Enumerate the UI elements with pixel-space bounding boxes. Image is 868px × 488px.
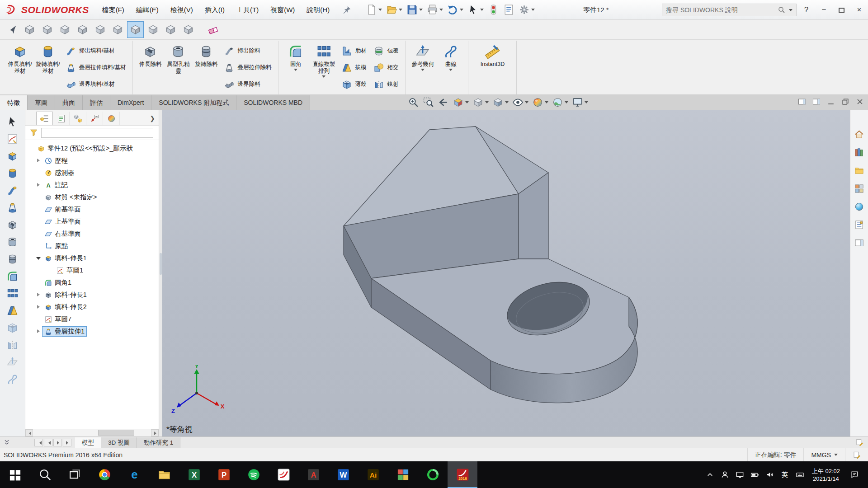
ribbon-small-button[interactable]: 疊層拉伸除料 xyxy=(220,59,275,76)
save-icon[interactable] xyxy=(405,3,424,16)
section-view-icon[interactable] xyxy=(452,96,470,108)
open-icon[interactable] xyxy=(385,3,404,16)
revolved-cut-button[interactable]: 旋轉除料 xyxy=(192,42,220,68)
tree-item[interactable]: 註記 xyxy=(25,179,159,191)
menu-item[interactable]: 檔案(F) xyxy=(96,0,130,19)
command-tab[interactable]: 草圖 xyxy=(28,95,55,110)
taskbar-clock[interactable]: 上午 02:02 2021/1/14 xyxy=(807,467,844,483)
dock-tab[interactable]: 動作研究 1 xyxy=(137,437,180,448)
left-draft-tool[interactable] xyxy=(6,305,19,317)
edit-appearance-icon[interactable] xyxy=(531,96,549,108)
zoom-area-icon[interactable] xyxy=(422,96,435,108)
left-cut-revolve-tool[interactable] xyxy=(6,253,19,265)
command-tab[interactable]: SOLIDWORKS 附加程式 xyxy=(151,95,236,110)
ribbon-small-button[interactable]: 邊界填料/基材 xyxy=(62,76,129,93)
help-search[interactable] xyxy=(662,4,797,16)
zoom-fit-icon[interactable] xyxy=(407,96,420,108)
tree-item[interactable]: 歷程 xyxy=(25,155,159,167)
spotify-icon[interactable] xyxy=(239,461,269,488)
left-hole-wizard-tool[interactable] xyxy=(6,236,19,248)
tree-filter-input[interactable] xyxy=(41,128,153,138)
collapse-panel-icon[interactable] xyxy=(0,439,14,446)
tray-chevron-icon[interactable] xyxy=(703,461,717,488)
help-search-input[interactable] xyxy=(666,6,776,14)
expander-icon[interactable] xyxy=(35,157,42,164)
left-extrude-tool[interactable] xyxy=(6,150,19,162)
ribbon-small-button[interactable]: 邊界除料 xyxy=(220,76,275,93)
edge-icon[interactable] xyxy=(119,461,149,488)
acrobat-icon[interactable] xyxy=(298,461,328,488)
new-document-icon[interactable] xyxy=(364,3,383,16)
units-caret-icon[interactable] xyxy=(834,454,838,458)
dropdown-caret-icon[interactable] xyxy=(378,9,382,13)
solidworks-2016-icon[interactable] xyxy=(448,461,477,488)
help-button[interactable]: ? xyxy=(797,0,815,20)
language-indicator[interactable]: 英 xyxy=(777,471,793,479)
bottom-view-icon[interactable] xyxy=(109,21,126,38)
tree-item[interactable]: 草圖7 xyxy=(25,313,159,325)
dropdown-caret-icon[interactable] xyxy=(585,101,588,105)
apply-scene-icon[interactable] xyxy=(551,96,569,108)
fillet-button[interactable]: 圓角 xyxy=(282,42,310,73)
dropdown-caret-icon[interactable] xyxy=(525,101,528,105)
ribbon-small-button[interactable]: 掃出除料 xyxy=(220,42,275,59)
file-explorer-icon[interactable] xyxy=(149,461,179,488)
powerpoint-icon[interactable] xyxy=(209,461,239,488)
command-tab[interactable]: SOLIDWORKS MBD xyxy=(236,95,310,110)
ribbon-small-button[interactable]: 拔模 xyxy=(338,59,370,76)
next-tab-icon[interactable] xyxy=(53,439,62,446)
dropdown-caret-icon[interactable] xyxy=(565,101,568,105)
displaymanager-tab[interactable] xyxy=(103,112,120,125)
tree-item[interactable]: 材質 <未指定> xyxy=(25,191,159,203)
command-tab[interactable]: 曲面 xyxy=(55,95,83,110)
file-explorer-pane-icon[interactable] xyxy=(854,165,864,176)
left-cut-extrude-tool[interactable] xyxy=(6,219,19,231)
expander-icon[interactable] xyxy=(35,255,42,262)
scroll-right-icon[interactable] xyxy=(151,429,159,436)
undo-icon[interactable] xyxy=(446,3,465,16)
close-button[interactable]: × xyxy=(850,0,868,20)
eraser-view-icon[interactable] xyxy=(205,21,222,38)
pane-left-icon[interactable] xyxy=(797,97,807,106)
doc-close-icon[interactable] xyxy=(855,97,864,106)
options-icon[interactable] xyxy=(517,3,536,16)
dropdown-caret-icon[interactable] xyxy=(421,69,425,73)
left-curve-tool[interactable] xyxy=(6,373,19,385)
normal-to-view-icon[interactable] xyxy=(4,21,20,38)
menu-item[interactable]: 檢視(V) xyxy=(165,0,199,19)
pin-icon[interactable] xyxy=(342,5,352,15)
start-button[interactable] xyxy=(0,461,30,488)
tree-item[interactable]: 填料-伸長1 xyxy=(25,252,159,264)
ribbon-small-button[interactable]: 薄殼 xyxy=(338,76,370,93)
dock-tab[interactable]: 3D 視圖 xyxy=(101,437,137,448)
part-3d-model[interactable] xyxy=(162,110,850,436)
dropdown-caret-icon[interactable] xyxy=(485,101,489,105)
photos-icon[interactable] xyxy=(388,461,418,488)
extruded-boss-button[interactable]: 伸長填料/基材 xyxy=(6,42,34,75)
left-revolve-tool[interactable] xyxy=(6,167,19,179)
ribbon-small-button[interactable]: 肋材 xyxy=(338,42,370,59)
left-sketch-tool[interactable] xyxy=(6,133,19,145)
ribbon-small-button[interactable]: 掃出填料/基材 xyxy=(62,42,129,59)
home-icon[interactable] xyxy=(854,129,864,140)
back-view-icon[interactable] xyxy=(39,21,56,38)
reference-geometry-button[interactable]: 參考幾何 xyxy=(409,42,437,73)
doc-minimize-icon[interactable] xyxy=(826,97,835,106)
tree-item[interactable]: 右基準面 xyxy=(25,228,159,240)
left-sweep-tool[interactable] xyxy=(6,184,19,197)
configurationmanager-tab[interactable] xyxy=(70,112,86,125)
isometric-view-icon[interactable] xyxy=(127,21,144,38)
left-shell-tool[interactable] xyxy=(6,322,19,334)
custom-properties-icon[interactable] xyxy=(854,220,864,230)
search-caret-icon[interactable] xyxy=(789,9,793,13)
last-tab-icon[interactable] xyxy=(63,439,71,446)
pane-right-icon[interactable] xyxy=(812,97,821,106)
dropdown-caret-icon[interactable] xyxy=(322,75,326,80)
touch-keyboard-icon[interactable] xyxy=(793,461,807,488)
green-ring-app-icon[interactable] xyxy=(418,461,448,488)
first-tab-icon[interactable] xyxy=(34,439,43,446)
ribbon-small-button[interactable]: 疊層拉伸填料/基材 xyxy=(62,59,129,76)
chrome-icon[interactable] xyxy=(90,461,119,488)
dropdown-caret-icon[interactable] xyxy=(460,9,463,13)
file-properties-icon[interactable] xyxy=(502,3,516,16)
